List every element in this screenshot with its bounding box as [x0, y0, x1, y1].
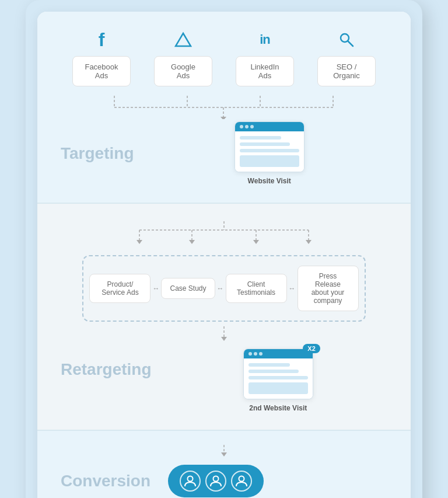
browser-line-6	[249, 376, 308, 379]
conversion-content: Conversion	[61, 465, 387, 497]
source-item-linkedin: in LinkedIn Ads	[236, 29, 294, 86]
browser-dot-1	[240, 125, 243, 128]
browser-dot-3	[250, 125, 254, 128]
user-icons-group	[168, 465, 264, 497]
browser-line-1	[240, 136, 281, 140]
conversion-section: Conversion	[37, 431, 411, 498]
linkedin-ads-box: LinkedIn Ads	[236, 56, 294, 86]
content-box-product: Product/ Service Ads	[89, 274, 150, 303]
browser-titlebar	[235, 122, 304, 131]
website-visit-box: Website Visit	[151, 121, 387, 185]
retargeting-section: Product/ Service Ads ↔ Case Study ↔ Clie…	[37, 204, 411, 430]
svg-line-2	[348, 41, 354, 47]
svg-marker-23	[221, 452, 227, 457]
retargeting-label: Retargeting	[61, 349, 152, 379]
svg-marker-0	[176, 33, 191, 46]
user-icon-2	[205, 471, 226, 492]
google-ads-box: Google Ads	[154, 56, 212, 86]
source-icons-row: f Facebook Ads Google Ads in L	[61, 29, 387, 86]
browser-dot-4	[249, 352, 252, 356]
linkedin-icon: in	[260, 29, 270, 50]
svg-point-24	[188, 476, 193, 482]
website-visit-label: Website Visit	[248, 177, 291, 185]
inner-card: f Facebook Ads Google Ads in L	[37, 12, 411, 498]
source-item-google: Google Ads	[154, 29, 212, 86]
search-icon	[338, 29, 355, 50]
svg-point-25	[214, 476, 219, 482]
svg-marker-21	[221, 337, 227, 341]
browser-block	[240, 155, 299, 167]
browser-line-4	[249, 363, 290, 367]
browser-mockup-retargeting	[243, 349, 313, 399]
retargeting-content: Retargeting	[61, 349, 387, 412]
svg-marker-13	[136, 240, 142, 244]
targeting-content: Targeting	[61, 121, 387, 185]
arrow-double-3: ↔	[287, 284, 298, 292]
content-box-press-release: Press Release about your company	[298, 266, 359, 311]
targeting-label: Targeting	[61, 144, 134, 163]
x2-badge: X2	[303, 344, 320, 353]
browser-line-3	[240, 149, 299, 152]
google-ads-icon	[174, 29, 192, 50]
arrow-double-1: ↔	[150, 284, 161, 292]
svg-marker-15	[189, 240, 195, 244]
browser-dot-2	[245, 125, 249, 128]
svg-point-26	[239, 476, 244, 482]
content-box-testimonials: Client Testimonials	[226, 274, 287, 303]
browser-block-2	[249, 382, 308, 394]
user-icon-3	[231, 471, 252, 492]
browser-body-2	[244, 358, 313, 399]
browser-line-2	[240, 142, 290, 146]
source-item-seo: SEO / Organic	[317, 29, 376, 86]
second-visit-label: 2nd Website Visit	[249, 404, 307, 412]
user-icon-1	[180, 471, 201, 492]
content-boxes-dashed-rect: Product/ Service Ads ↔ Case Study ↔ Clie…	[82, 255, 365, 322]
content-boxes-container: Product/ Service Ads ↔ Case Study ↔ Clie…	[61, 255, 387, 322]
facebook-ads-box: Facebook Ads	[72, 56, 131, 86]
seo-organic-box: SEO / Organic	[317, 56, 376, 86]
svg-marker-19	[306, 240, 312, 244]
source-item-facebook: f Facebook Ads	[72, 29, 131, 86]
second-website-visit-box: X2 2nd Website Visit	[169, 349, 387, 412]
browser-mockup-targeting	[235, 121, 304, 172]
facebook-icon: f	[99, 29, 105, 50]
targeting-section: f Facebook Ads Google Ads in L	[37, 12, 411, 203]
browser-line-5	[249, 370, 299, 373]
browser-dot-5	[254, 352, 257, 356]
content-box-case-study: Case Study	[161, 278, 215, 299]
arrow-double-2: ↔	[215, 284, 226, 292]
browser-body	[235, 131, 304, 172]
conversion-label: Conversion	[61, 472, 150, 490]
svg-marker-9	[220, 117, 226, 119]
browser-wrapper-retargeting: X2	[243, 349, 313, 399]
browser-dot-6	[259, 352, 262, 356]
outer-card: f Facebook Ads Google Ads in L	[26, 0, 422, 498]
svg-marker-17	[253, 240, 259, 244]
browser-titlebar-2	[244, 349, 313, 358]
